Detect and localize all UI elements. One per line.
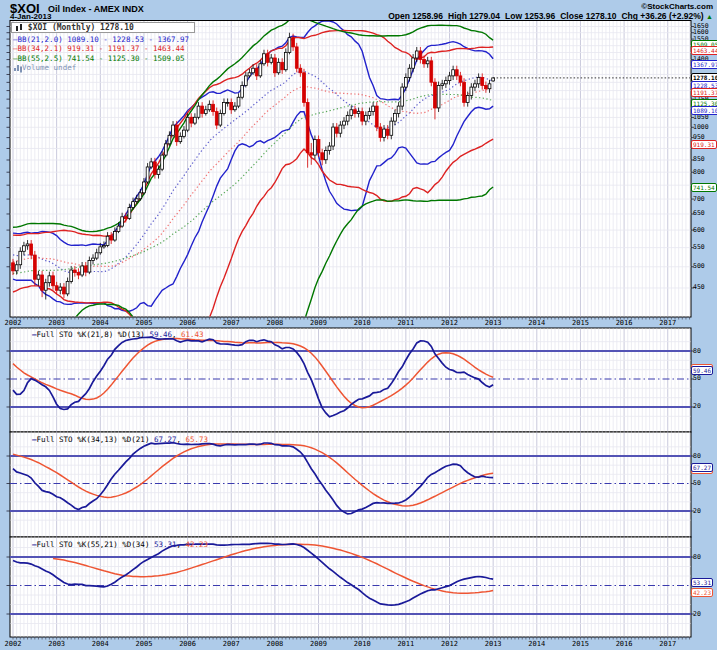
candle-body	[488, 84, 491, 89]
candle-body	[132, 202, 135, 208]
candle-body	[226, 103, 229, 104]
candle-body	[292, 38, 295, 47]
candle-body	[106, 236, 109, 245]
candle-body	[19, 251, 22, 264]
candle-body	[310, 153, 313, 155]
candle-body	[128, 208, 131, 219]
legend-volume-text: Volume undef	[22, 63, 76, 72]
candle-body	[277, 62, 280, 72]
panel2-legend: —Full STO %K(34,13) %D(21) 67.27, 65.73	[32, 435, 208, 444]
candle-body	[233, 106, 236, 110]
candle-body	[288, 38, 291, 53]
candle-body	[383, 129, 386, 137]
candle-body	[354, 110, 357, 114]
candle-body	[463, 82, 466, 102]
legend-bb34: —BB(34,2.1) 919.31 - 1191.37 - 1463.44	[13, 44, 185, 53]
candle-body	[208, 104, 211, 109]
candle-body	[190, 117, 193, 123]
candle-body	[70, 270, 73, 281]
panel1-d-value: 61.43	[181, 330, 204, 339]
candle-body	[153, 162, 156, 175]
candle-body	[401, 87, 404, 106]
candle-body	[408, 68, 411, 77]
candle-body	[252, 68, 255, 73]
candle-body	[48, 276, 51, 283]
candle-body	[44, 283, 47, 291]
candle-body	[259, 64, 262, 76]
candle-body	[179, 136, 182, 141]
candle-body	[386, 129, 389, 135]
candle-body	[30, 244, 33, 255]
candle-body	[481, 77, 484, 85]
candle-body	[99, 247, 102, 253]
panel2-d-value: 65.73	[186, 435, 209, 444]
candle-body	[306, 103, 309, 153]
candle-body	[350, 110, 353, 116]
candle-body	[346, 115, 349, 121]
candle-body	[15, 265, 18, 271]
legend-bb21: —BB(21,2.0) 1089.10 - 1228.53 - 1367.97	[13, 35, 189, 44]
candle-body	[394, 113, 397, 121]
candle-body	[404, 77, 407, 87]
candle-body	[230, 103, 233, 110]
panel3-d-value: 42.23	[186, 540, 209, 549]
candle-body	[314, 140, 317, 156]
candle-body	[237, 97, 240, 106]
candle-body	[193, 117, 196, 123]
candle-body	[212, 104, 215, 111]
candle-body	[244, 76, 247, 86]
candle-body	[339, 125, 342, 133]
candle-body	[12, 263, 15, 271]
candle-body	[172, 125, 175, 135]
candle-body	[143, 182, 146, 193]
candle-body	[368, 112, 371, 116]
candle-body	[266, 54, 269, 63]
candle-body	[441, 84, 444, 86]
candle-body	[492, 78, 495, 81]
candle-body	[84, 266, 87, 272]
candle-body	[343, 121, 346, 125]
candle-body	[390, 121, 393, 135]
candle-body	[168, 135, 171, 144]
main-legend-title-text: $XOI (Monthly) 1278.10	[28, 23, 134, 32]
legend-volume: Volume undef	[13, 63, 76, 72]
candle-body	[183, 130, 186, 136]
candle-body	[364, 115, 367, 121]
candle-body	[484, 85, 487, 88]
candle-body	[175, 125, 178, 142]
candle-body	[215, 112, 218, 125]
candle-body	[88, 260, 91, 272]
candle-body	[375, 106, 378, 127]
candle-body	[255, 68, 258, 76]
candle-body	[426, 61, 429, 64]
candle-body	[204, 110, 207, 114]
candle-body	[63, 287, 66, 294]
candle-body	[477, 77, 480, 83]
candle-body	[412, 58, 415, 68]
candle-body	[379, 127, 382, 137]
panel3-k-value: 53.31	[154, 540, 177, 549]
candle-body	[361, 112, 364, 122]
candle-body	[157, 169, 160, 174]
candle-body	[284, 52, 287, 69]
candle-body	[332, 127, 335, 146]
candle-body	[459, 76, 462, 82]
candle-body	[113, 231, 116, 240]
candle-body	[452, 70, 455, 76]
main-chart-background	[10, 21, 691, 318]
legend-bb55: —BB(55,2.5) 741.54 - 1125.30 - 1509.05	[13, 54, 185, 63]
candle-body	[474, 84, 477, 87]
panel2-k-value: 67.27	[154, 435, 177, 444]
candle-body	[372, 106, 375, 112]
legend-bb34-text: BB(34,2.1) 919.31 - 1191.37 - 1463.44	[18, 44, 185, 53]
volume-icon	[13, 64, 22, 71]
chart-plot-area	[0, 0, 717, 650]
candle-body	[281, 62, 284, 69]
panel3-legend-text: Full STO %K(55,21) %D(34)	[37, 540, 150, 549]
candle-body	[357, 112, 360, 114]
candle-body	[321, 153, 324, 160]
panel1-k-value: 59.46	[149, 330, 172, 339]
candle-body	[223, 103, 226, 114]
candle-body	[33, 255, 36, 279]
candle-body	[150, 162, 153, 167]
